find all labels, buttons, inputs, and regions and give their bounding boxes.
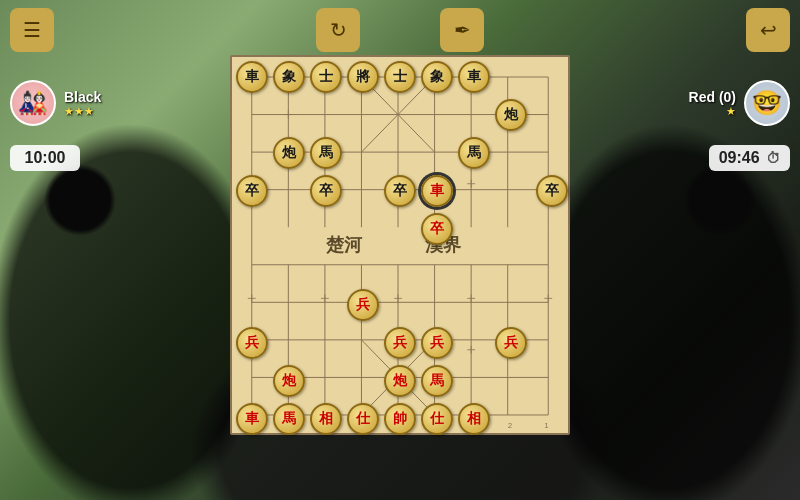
svg-text:2: 2 — [508, 421, 512, 430]
avatar-black: 🎎 — [10, 80, 56, 126]
piece-19[interactable]: 兵 — [384, 327, 416, 359]
piece-11[interactable]: 卒 — [236, 175, 268, 207]
timer-icon: ⏱ — [766, 150, 780, 166]
piece-28[interactable]: 仕 — [347, 403, 379, 435]
piece-9[interactable]: 馬 — [310, 137, 342, 169]
menu-button[interactable]: ☰ — [10, 8, 54, 52]
piece-10[interactable]: 馬 — [458, 137, 490, 169]
piece-1[interactable]: 象 — [273, 61, 305, 93]
player-red-panel: Red (0) ★ 🤓 — [689, 80, 790, 126]
timer-black: 10:00 — [10, 145, 80, 171]
player-red-info: Red (0) ★ — [689, 89, 736, 118]
piece-5[interactable]: 象 — [421, 61, 453, 93]
piece-25[interactable]: 車 — [236, 403, 268, 435]
piece-0[interactable]: 車 — [236, 61, 268, 93]
timer-red: 09:46 ⏱ — [709, 145, 790, 171]
toolbar: ☰ ↻ ✒ ↩ — [0, 8, 800, 52]
piece-12[interactable]: 卒 — [310, 175, 342, 207]
piece-3[interactable]: 將 — [347, 61, 379, 93]
piece-21[interactable]: 兵 — [495, 327, 527, 359]
player-black-name: Black — [64, 89, 101, 105]
xiangqi-board[interactable]: 楚河 漢界 1 2 車象士將士象車炮炮馬馬卒卒卒車卒卒兵兵兵兵兵炮炮馬車馬相仕帥… — [230, 55, 570, 435]
player-black-info: Black ★★★ — [64, 89, 101, 118]
piece-31[interactable]: 相 — [458, 403, 490, 435]
piece-22[interactable]: 炮 — [273, 365, 305, 397]
player-red-stars: ★ — [689, 105, 736, 118]
board-container: 楚河 漢界 1 2 車象士將士象車炮炮馬馬卒卒卒車卒卒兵兵兵兵兵炮炮馬車馬相仕帥… — [230, 55, 570, 435]
piece-2[interactable]: 士 — [310, 61, 342, 93]
piece-15[interactable]: 卒 — [536, 175, 568, 207]
piece-14[interactable]: 車 — [421, 175, 453, 207]
piece-30[interactable]: 仕 — [421, 403, 453, 435]
piece-27[interactable]: 相 — [310, 403, 342, 435]
piece-29[interactable]: 帥 — [384, 403, 416, 435]
player-black-panel: 🎎 Black ★★★ — [10, 80, 101, 126]
piece-23[interactable]: 炮 — [384, 365, 416, 397]
piece-13[interactable]: 卒 — [384, 175, 416, 207]
piece-16[interactable]: 卒 — [421, 213, 453, 245]
svg-text:1: 1 — [544, 421, 548, 430]
piece-24[interactable]: 馬 — [421, 365, 453, 397]
piece-18[interactable]: 兵 — [236, 327, 268, 359]
piece-26[interactable]: 馬 — [273, 403, 305, 435]
piece-6[interactable]: 車 — [458, 61, 490, 93]
player-black-stars: ★★★ — [64, 105, 101, 118]
avatar-red: 🤓 — [744, 80, 790, 126]
river-text-left: 楚河 — [326, 235, 363, 255]
piece-7[interactable]: 炮 — [495, 99, 527, 131]
piece-8[interactable]: 炮 — [273, 137, 305, 169]
feather-button[interactable]: ✒ — [440, 8, 484, 52]
refresh-button[interactable]: ↻ — [316, 8, 360, 52]
piece-20[interactable]: 兵 — [421, 327, 453, 359]
undo-button[interactable]: ↩ — [746, 8, 790, 52]
player-red-name: Red (0) — [689, 89, 736, 105]
piece-17[interactable]: 兵 — [347, 289, 379, 321]
piece-4[interactable]: 士 — [384, 61, 416, 93]
